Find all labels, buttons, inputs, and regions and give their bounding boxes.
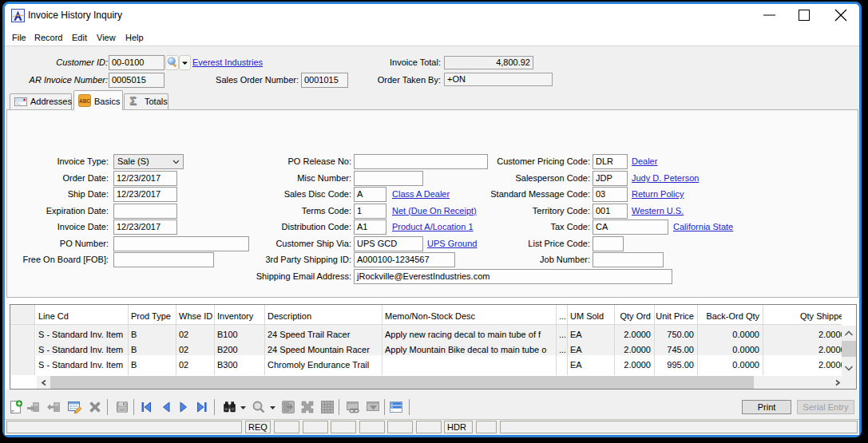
svg-text:ABC: ABC <box>79 98 90 104</box>
